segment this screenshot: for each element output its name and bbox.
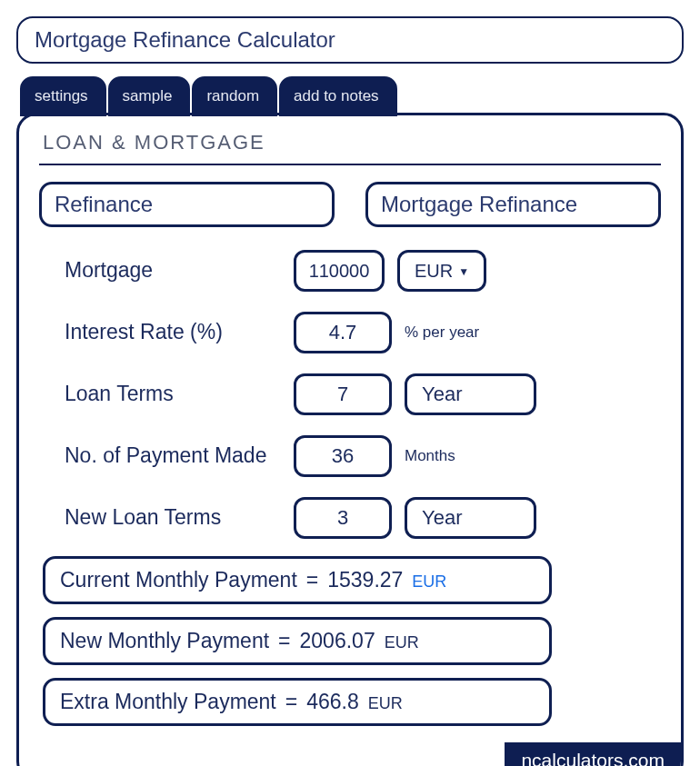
tab-add-to-notes[interactable]: add to notes (279, 76, 397, 116)
tab-settings[interactable]: settings (20, 76, 106, 116)
new-loan-terms-unit: Year (422, 506, 462, 530)
result-current-currency: EUR (412, 572, 446, 592)
result-extra-currency: EUR (368, 694, 403, 713)
category-mortgage-refinance[interactable]: Mortgage Refinance (365, 182, 661, 227)
row-new-loan-terms: New Loan Terms 3 Year (39, 492, 661, 543)
result-current-monthly: Current Monthly Payment = 1539.27 EUR (43, 556, 552, 604)
input-payments-made[interactable]: 36 (294, 435, 392, 477)
row-payments-made: No. of Payment Made 36 Months (39, 431, 661, 482)
suffix-payments-made: Months (405, 447, 455, 465)
section-title: LOAN & MORTGAGE (39, 128, 661, 165)
equals-sign: = (306, 568, 318, 592)
label-new-loan-terms: New Loan Terms (39, 505, 294, 531)
result-current-label: Current Monthly Payment (60, 568, 297, 592)
result-new-value: 2006.07 (300, 629, 375, 653)
equals-sign: = (278, 629, 290, 653)
tab-sample[interactable]: sample (108, 76, 191, 116)
result-extra-label: Extra Monthly Payment (60, 690, 276, 714)
row-mortgage: Mortgage 110000 EUR ▼ (39, 245, 661, 296)
currency-select[interactable]: EUR ▼ (397, 250, 486, 292)
tabs-row: settings sample random add to notes (20, 76, 684, 114)
chevron-down-icon: ▼ (458, 265, 469, 278)
result-new-monthly: New Monthly Payment = 2006.07 EUR (43, 617, 552, 665)
result-extra-value: 466.8 (306, 690, 359, 714)
label-loan-terms: Loan Terms (39, 382, 294, 407)
input-interest-rate[interactable]: 4.7 (294, 312, 392, 353)
equals-sign: = (285, 690, 297, 714)
tab-random[interactable]: random (192, 76, 277, 116)
page-title: Mortgage Refinance Calculator (16, 16, 684, 64)
result-extra-monthly: Extra Monthly Payment = 466.8 EUR (43, 678, 552, 726)
result-current-value: 1539.27 (327, 568, 403, 592)
currency-value: EUR (415, 261, 453, 282)
input-mortgage[interactable]: 110000 (294, 250, 385, 292)
label-interest-rate: Interest Rate (%) (39, 320, 294, 345)
category-refinance[interactable]: Refinance (39, 182, 335, 227)
footer-brand[interactable]: ncalculators.com (505, 742, 681, 766)
row-interest-rate: Interest Rate (%) 4.7 % per year (39, 307, 661, 358)
result-new-label: New Monthly Payment (60, 629, 269, 653)
calculator-panel: LOAN & MORTGAGE Refinance Mortgage Refin… (16, 113, 684, 766)
input-new-loan-terms[interactable]: 3 (294, 497, 392, 539)
row-loan-terms: Loan Terms 7 Year (39, 369, 661, 420)
category-row: Refinance Mortgage Refinance (39, 182, 661, 227)
new-loan-terms-unit-select[interactable]: Year (405, 497, 536, 539)
input-loan-terms[interactable]: 7 (294, 373, 392, 415)
loan-terms-unit: Year (422, 383, 462, 406)
suffix-interest-rate: % per year (405, 323, 479, 342)
loan-terms-unit-select[interactable]: Year (405, 373, 536, 415)
result-new-currency: EUR (385, 633, 419, 652)
label-mortgage: Mortgage (39, 258, 294, 284)
label-payments-made: No. of Payment Made (39, 443, 294, 469)
